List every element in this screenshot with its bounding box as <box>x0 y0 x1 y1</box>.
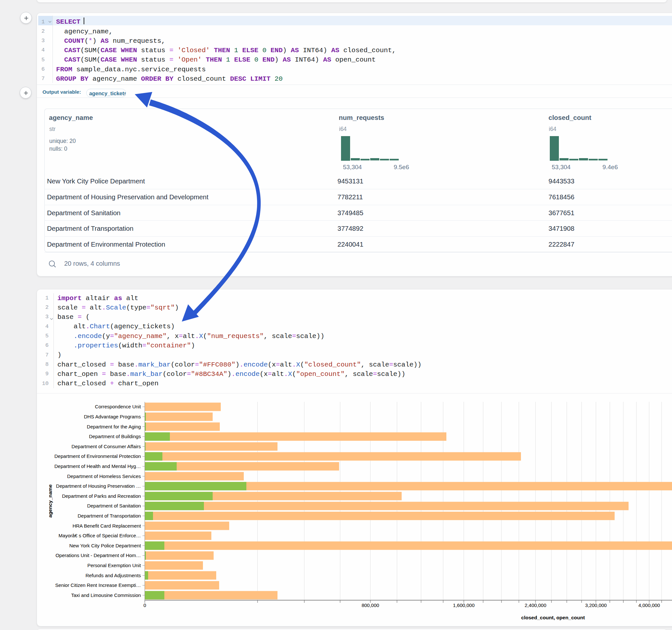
svg-text:Correspondence Unit: Correspondence Unit <box>95 404 141 409</box>
svg-text:Operations Unit - Department o: Operations Unit - Department of Hom… <box>55 553 141 558</box>
svg-text:Department of Environmental Pr: Department of Environmental Protection <box>54 453 141 459</box>
svg-text:Department of Buildings: Department of Buildings <box>89 434 141 439</box>
svg-text:2,400,000: 2,400,000 <box>525 602 547 608</box>
svg-text:1,600,000: 1,600,000 <box>453 602 475 608</box>
svg-text:Refunds and Adjustments: Refunds and Adjustments <box>86 573 141 578</box>
svg-text:Department of Health and Menta: Department of Health and Mental Hyg… <box>54 463 141 469</box>
svg-text:Department of Homeless Service: Department of Homeless Services <box>67 474 141 479</box>
svg-text:4,000,000: 4,000,000 <box>638 602 660 608</box>
svg-text:New York City Police Departmen: New York City Police Department <box>69 543 141 548</box>
svg-text:Senior Citizen Rent Increase E: Senior Citizen Rent Increase Exempti… <box>55 582 141 588</box>
svg-text:800,000: 800,000 <box>361 602 379 608</box>
svg-text:Mayorâ€ s Office of Special En: Mayorâ€ s Office of Special Enforce… <box>59 533 141 538</box>
svg-text:closed_count, open_count: closed_count, open_count <box>521 615 585 620</box>
svg-text:Taxi and Limousine Commission: Taxi and Limousine Commission <box>71 592 141 598</box>
svg-text:3,200,000: 3,200,000 <box>585 602 607 608</box>
svg-text:Department of Sanitation: Department of Sanitation <box>87 503 141 508</box>
svg-text:agency_name: agency_name <box>47 484 53 517</box>
svg-text:Department of Parks and Recrea: Department of Parks and Recreation <box>62 493 141 499</box>
svg-text:0: 0 <box>143 602 146 608</box>
svg-text:HRA Benefit Card Replacement: HRA Benefit Card Replacement <box>73 523 141 529</box>
svg-text:Personal Exemption Unit: Personal Exemption Unit <box>88 563 141 568</box>
svg-text:Department of Housing Preserva: Department of Housing Preservation … <box>56 483 141 489</box>
svg-text:Department of Consumer Affairs: Department of Consumer Affairs <box>72 444 141 449</box>
svg-text:DHS Advantage Programs: DHS Advantage Programs <box>84 414 141 419</box>
svg-text:Department for the Aging: Department for the Aging <box>87 424 141 429</box>
svg-text:Department of Transportation: Department of Transportation <box>77 513 141 518</box>
